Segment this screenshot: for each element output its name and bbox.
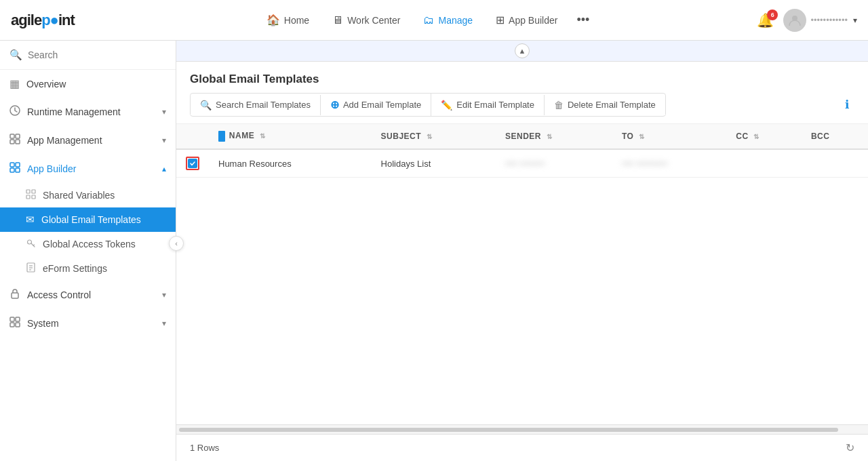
delete-template-button[interactable]: 🗑 Delete Email Template [545, 95, 665, 115]
row-checkbox-cell [176, 149, 209, 178]
add-template-button[interactable]: ⊕ Add Email Template [321, 94, 431, 116]
system-chevron-icon: ▾ [162, 319, 166, 328]
sidebar: 🔍 ▦ Overview Runtime Management ▾ [0, 41, 176, 461]
svg-rect-20 [10, 317, 14, 321]
edit-icon: ✏️ [441, 100, 452, 111]
svg-rect-3 [16, 134, 20, 138]
shared-vars-icon [26, 189, 36, 201]
svg-rect-8 [10, 168, 14, 172]
table-footer: 1 Rows ↻ [176, 434, 868, 461]
sidebar-wrapper: 🔍 ▦ Overview Runtime Management ▾ [0, 41, 176, 461]
svg-rect-9 [16, 168, 20, 172]
row-checkbox[interactable] [186, 157, 199, 170]
sidebar-item-access-control[interactable]: Access Control ▾ [0, 281, 176, 309]
nav-items: 🏠 Home 🖥 Work Center 🗂 Manage ⊞ App Buil… [95, 7, 757, 33]
content-header: Global Email Templates 🔍 Search Email Te… [176, 62, 868, 124]
sidebar-search-area: 🔍 [0, 41, 176, 70]
content-area: ▲ Global Email Templates 🔍 Search Email … [176, 41, 868, 461]
nav-right: 🔔 6 •••••••••••• ▾ [757, 9, 857, 32]
toolbar: 🔍 Search Email Templates ⊕ Add Email Tem… [190, 93, 666, 117]
svg-rect-12 [32, 190, 35, 193]
nav-workcenter[interactable]: 🖥 Work Center [323, 9, 410, 32]
appbuilder-icon [9, 162, 20, 176]
search-templates-button[interactable]: 🔍 Search Email Templates [191, 95, 321, 115]
table-header-row: NAME ⇅ SUBJECT ⇅ SENDER ⇅ TO [176, 124, 868, 149]
cc-column-header[interactable]: CC ⇅ [726, 124, 802, 149]
table-row: Human Resources Holidays List •••• •••••… [176, 149, 868, 178]
sender-sort-icon: ⇅ [547, 133, 553, 140]
sidebar-item-appmanagement[interactable]: App Management ▾ [0, 126, 176, 155]
to-sort-icon: ⇅ [639, 133, 645, 140]
user-menu[interactable]: •••••••••••• ▾ [783, 9, 857, 32]
sidebar-item-global-email[interactable]: ✉ Global Email Templates [0, 207, 176, 232]
trash-icon: 🗑 [554, 100, 564, 111]
svg-rect-2 [10, 134, 14, 138]
sidebar-item-runtime[interactable]: Runtime Management ▾ [0, 98, 176, 126]
eform-icon [26, 262, 36, 275]
to-column-header[interactable]: TO ⇅ [612, 124, 726, 149]
name-column-header[interactable]: NAME ⇅ [209, 124, 372, 149]
svg-rect-19 [12, 293, 18, 298]
avatar [783, 9, 806, 32]
top-navigation: agilep●int 🏠 Home 🖥 Work Center 🗂 Manage… [0, 0, 868, 41]
subject-cell: Holidays List [372, 149, 496, 178]
cc-cell [726, 149, 802, 178]
refresh-button[interactable]: ↻ [846, 441, 854, 454]
horizontal-scrollbar[interactable] [176, 424, 868, 434]
sidebar-collapse-button[interactable]: ‹ [169, 236, 184, 251]
system-icon [9, 317, 20, 330]
runtime-chevron-icon: ▾ [162, 107, 166, 117]
email-templates-table: NAME ⇅ SUBJECT ⇅ SENDER ⇅ TO [176, 124, 868, 178]
search-icon: 🔍 [9, 49, 22, 61]
svg-rect-6 [10, 163, 14, 167]
name-sort-icon: ⇅ [260, 132, 266, 140]
sidebar-item-shared-vars[interactable]: Shared Variables [0, 183, 176, 207]
sidebar-item-global-access[interactable]: Global Access Tokens [0, 232, 176, 256]
sidebar-item-overview[interactable]: ▦ Overview [0, 70, 176, 98]
subject-column-header[interactable]: SUBJECT ⇅ [372, 124, 496, 149]
app-logo: agilep●int [11, 12, 75, 29]
bcc-cell [802, 149, 868, 178]
grid-icon: ⊞ [496, 14, 505, 26]
collapse-toggle-button[interactable]: ▲ [515, 43, 530, 58]
sidebar-item-eform[interactable]: eForm Settings [0, 256, 176, 281]
sidebar-item-appbuilder[interactable]: App Builder ▴ [0, 155, 176, 183]
to-cell: •••• •••••••••• [612, 149, 726, 178]
briefcase-icon: 🗂 [423, 14, 434, 26]
nav-more[interactable]: ••• [571, 7, 595, 33]
toolbar-row: 🔍 Search Email Templates ⊕ Add Email Tem… [190, 93, 854, 117]
access-tokens-icon [26, 238, 36, 250]
search-toolbar-icon: 🔍 [200, 100, 212, 111]
page-title: Global Email Templates [190, 73, 854, 86]
monitor-icon: 🖥 [332, 14, 343, 26]
appbuilder-chevron-icon: ▴ [162, 164, 166, 174]
svg-rect-7 [16, 163, 20, 167]
select-all-header [176, 124, 209, 149]
sidebar-item-system[interactable]: System ▾ [0, 309, 176, 338]
svg-rect-11 [26, 195, 30, 199]
table-container: NAME ⇅ SUBJECT ⇅ SENDER ⇅ TO [176, 124, 868, 424]
user-chevron-icon: ▾ [853, 16, 857, 25]
nav-home[interactable]: 🏠 Home [257, 8, 319, 32]
sender-column-header[interactable]: SENDER ⇅ [496, 124, 612, 149]
info-button[interactable]: ℹ [840, 95, 854, 115]
svg-rect-10 [26, 190, 30, 193]
nav-manage[interactable]: 🗂 Manage [414, 9, 482, 32]
nav-appbuilder[interactable]: ⊞ App Builder [486, 8, 567, 32]
notifications-button[interactable]: 🔔 6 [757, 12, 774, 28]
name-flag-icon [218, 131, 225, 142]
edit-template-button[interactable]: ✏️ Edit Email Template [431, 95, 545, 115]
cc-sort-icon: ⇅ [753, 133, 760, 140]
bcc-column-header[interactable]: BCC [802, 124, 868, 149]
svg-rect-23 [16, 323, 20, 327]
svg-rect-22 [10, 323, 14, 327]
search-input[interactable] [28, 49, 166, 60]
home-icon: 🏠 [267, 14, 280, 26]
user-name: •••••••••••• [810, 15, 848, 25]
collapse-toggle-bar: ▲ [176, 41, 868, 62]
svg-rect-21 [16, 317, 20, 321]
svg-rect-4 [10, 140, 14, 144]
appmanagement-icon [9, 134, 20, 147]
overview-icon: ▦ [9, 77, 20, 90]
name-cell: Human Resources [209, 149, 372, 178]
